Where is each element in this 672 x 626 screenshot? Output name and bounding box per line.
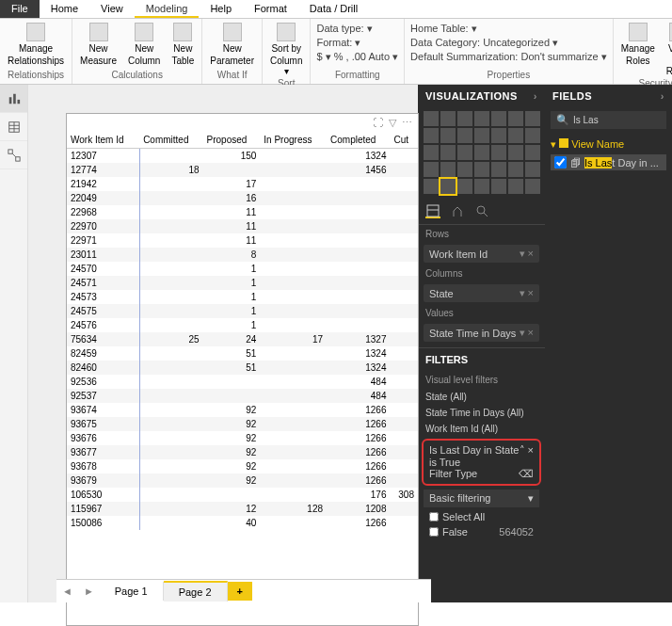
- table-row[interactable]: 245761: [67, 318, 418, 332]
- viz-type-icon[interactable]: [440, 145, 456, 160]
- viz-type-icon[interactable]: [457, 145, 472, 160]
- table-row[interactable]: 245751: [67, 304, 418, 318]
- viz-type-icon[interactable]: [525, 128, 540, 143]
- viz-type-icon[interactable]: [508, 162, 523, 177]
- tab-datadrill[interactable]: Data / Drill: [298, 0, 369, 18]
- matrix-visual[interactable]: ⛶ ▽ ⋯ Work Item IdCommittedProposedIn Pr…: [66, 113, 419, 626]
- viz-type-icon[interactable]: [491, 128, 506, 143]
- table-row[interactable]: 2296811: [67, 205, 418, 219]
- viz-type-icon[interactable]: [440, 111, 456, 126]
- new-measure-button[interactable]: NewMeasure: [76, 21, 120, 68]
- viz-type-icon[interactable]: [440, 128, 456, 143]
- table-row[interactable]: 230118: [67, 248, 418, 262]
- col-header[interactable]: Proposed: [203, 132, 261, 149]
- model-view-icon[interactable]: [0, 141, 27, 169]
- viz-type-icon[interactable]: [424, 111, 439, 126]
- table-row[interactable]: 245701: [67, 262, 418, 276]
- viz-type-icon[interactable]: [424, 128, 439, 143]
- viz-type-icon[interactable]: [424, 179, 439, 194]
- field-node[interactable]: 🗐 Is Last Day in ...: [551, 154, 666, 170]
- viz-type-icon[interactable]: [508, 128, 523, 143]
- viz-type-icon[interactable]: [491, 162, 506, 177]
- table-row[interactable]: 93677921266: [67, 445, 418, 459]
- ribbon-prop[interactable]: Default Summarization: Don't summarize ▾: [410, 51, 607, 63]
- tab-home[interactable]: Home: [40, 0, 89, 18]
- viz-type-icon[interactable]: [424, 162, 439, 177]
- tab-file[interactable]: File: [0, 0, 40, 18]
- add-page[interactable]: +: [228, 582, 252, 601]
- viz-type-icon[interactable]: [474, 162, 489, 177]
- report-view-icon[interactable]: [0, 85, 27, 113]
- manage-roles-button[interactable]: ManageRoles: [617, 21, 659, 68]
- new-parameter-button[interactable]: NewParameter: [206, 21, 258, 68]
- viz-type-icon[interactable]: [508, 179, 523, 194]
- page-tab-1[interactable]: Page 1: [100, 582, 164, 601]
- table-row[interactable]: 92536484: [67, 375, 418, 389]
- rows-well[interactable]: Work Item Id▾ ×: [424, 245, 539, 263]
- viz-type-icon[interactable]: [457, 162, 472, 177]
- tab-modeling[interactable]: Modeling: [135, 0, 200, 18]
- analytics-tab-icon[interactable]: [474, 203, 489, 218]
- table-row[interactable]: 756342524171327: [67, 332, 418, 346]
- remove-vals-icon[interactable]: ▾ ×: [520, 327, 534, 339]
- viz-type-icon[interactable]: [491, 111, 506, 126]
- viz-type-icon[interactable]: [525, 162, 540, 177]
- new-column-button[interactable]: NewColumn: [124, 21, 164, 68]
- col-header[interactable]: Work Item Id: [67, 132, 139, 149]
- filter-item[interactable]: State (All): [418, 389, 545, 405]
- table-row[interactable]: 245711: [67, 276, 418, 290]
- viz-type-icon[interactable]: [474, 111, 489, 126]
- viz-type-icon[interactable]: [491, 179, 506, 194]
- viz-type-icon[interactable]: [508, 111, 523, 126]
- col-header[interactable]: Committed: [139, 132, 202, 149]
- cols-well[interactable]: State▾ ×: [424, 284, 539, 302]
- remove-rows-icon[interactable]: ▾ ×: [520, 248, 534, 260]
- filter-option[interactable]: Select All: [418, 509, 545, 524]
- table-row[interactable]: 93675921266: [67, 417, 418, 431]
- filter-type-dropdown[interactable]: Basic filtering▾: [424, 490, 539, 507]
- ribbon-prop[interactable]: Home Table: ▾: [410, 23, 607, 35]
- viz-type-icon[interactable]: [508, 145, 523, 160]
- remove-cols-icon[interactable]: ▾ ×: [520, 287, 534, 299]
- tab-view[interactable]: View: [89, 0, 135, 18]
- table-row[interactable]: 245731: [67, 290, 418, 304]
- filter-item[interactable]: State Time in Days (All): [418, 405, 545, 421]
- report-canvas[interactable]: ⛶ ▽ ⋯ Work Item IdCommittedProposedIn Pr…: [28, 85, 418, 602]
- view-as-roles-button[interactable]: View asRoles: [663, 21, 672, 78]
- col-header[interactable]: In Progress: [260, 132, 327, 149]
- viz-type-icon[interactable]: [440, 179, 456, 194]
- data-view-icon[interactable]: [0, 113, 27, 141]
- table-row[interactable]: 12774181456: [67, 163, 418, 177]
- table-row[interactable]: 2204916: [67, 191, 418, 205]
- collapse-viz-icon[interactable]: ›: [534, 90, 537, 102]
- viz-type-icon[interactable]: [440, 162, 456, 177]
- viz-type-icon[interactable]: [525, 111, 540, 126]
- new-table-button[interactable]: NewTable: [168, 21, 198, 68]
- table-row[interactable]: 2194217: [67, 177, 418, 191]
- table-row[interactable]: 82460511324: [67, 361, 418, 375]
- table-row[interactable]: 93678921266: [67, 459, 418, 474]
- table-row[interactable]: 93674921266: [67, 403, 418, 417]
- viz-type-icon[interactable]: [457, 111, 472, 126]
- search-input[interactable]: [573, 115, 658, 125]
- filter-card-last-day[interactable]: Is Last Day in State˄ × is True Filter T…: [422, 439, 541, 486]
- viz-type-icon[interactable]: [474, 128, 489, 143]
- table-row[interactable]: 123071501324: [67, 149, 418, 164]
- ribbon-prop[interactable]: Format: ▾: [316, 37, 398, 49]
- filter-option[interactable]: False564052: [418, 524, 545, 539]
- clear-filter-icon[interactable]: ⌫: [519, 468, 534, 480]
- filter-card-controls[interactable]: ˄ ×: [520, 444, 534, 457]
- page-tab-2[interactable]: Page 2: [164, 581, 228, 602]
- manage-relationships-button[interactable]: ManageRelationships: [4, 21, 68, 68]
- filter-indicator-icon[interactable]: ▽: [389, 117, 396, 129]
- table-node[interactable]: ▾ View Name: [551, 136, 666, 152]
- table-row[interactable]: 92537484: [67, 389, 418, 403]
- collapse-fields-icon[interactable]: ›: [661, 90, 664, 102]
- ribbon-prop[interactable]: $ ▾ % , .00 Auto ▾: [316, 51, 398, 63]
- table-row[interactable]: 106530176308: [67, 488, 418, 502]
- more-options-icon[interactable]: ⋯: [402, 117, 412, 129]
- fields-tab-icon[interactable]: [425, 203, 440, 218]
- viz-type-icon[interactable]: [525, 179, 540, 194]
- table-row[interactable]: 2297111: [67, 233, 418, 248]
- focus-mode-icon[interactable]: ⛶: [373, 117, 383, 129]
